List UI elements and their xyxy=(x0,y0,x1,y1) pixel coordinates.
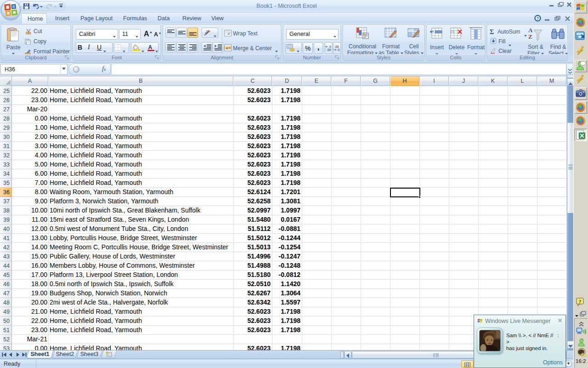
svg-text:.0: .0 xyxy=(337,48,339,52)
svg-text:?: ? xyxy=(579,299,582,304)
svg-text:A: A xyxy=(528,27,533,34)
svg-text:Z: Z xyxy=(528,33,532,40)
svg-text:.00: .00 xyxy=(327,48,331,52)
svg-text:A: A xyxy=(148,44,153,51)
svg-text:A: A xyxy=(154,31,158,38)
svg-text:a: a xyxy=(226,46,228,50)
svg-text:A: A xyxy=(144,30,149,38)
svg-text:?: ? xyxy=(537,16,539,21)
